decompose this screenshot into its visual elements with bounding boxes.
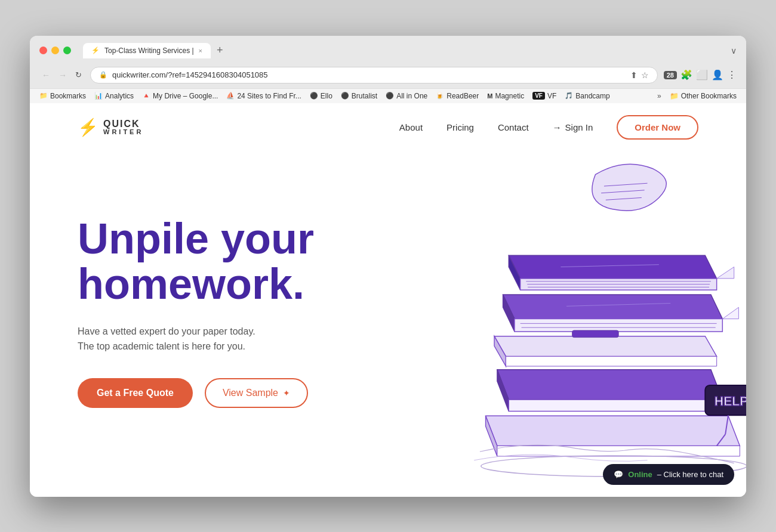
menu-icon[interactable]: ⋮ <box>727 69 737 81</box>
sites-icon: ⛵ <box>226 92 235 100</box>
sign-in-button[interactable]: → Sign In <box>553 122 593 132</box>
bookmark-24sites[interactable]: ⛵ 24 Sites to Find Fr... <box>226 92 301 100</box>
lock-icon: 🔒 <box>99 71 107 79</box>
bookmark-bandcamp[interactable]: 🎵 Bandcamp <box>565 92 609 100</box>
hero-section: Unpile your homework. Have a vetted expe… <box>30 151 746 485</box>
tab-title: Top-Class Writing Services | <box>104 47 194 55</box>
logo-text: QUICK WRITER <box>103 119 143 135</box>
bookmark-brutalist[interactable]: ⚫ Brutalist <box>341 92 377 100</box>
chat-cta: – Click here to chat <box>657 470 723 479</box>
svg-rect-8 <box>572 330 618 338</box>
extension-badge[interactable]: 28 <box>664 71 677 79</box>
bookmarks-folder-icon: 📁 <box>39 92 48 100</box>
site-nav: ⚡ QUICK WRITER About Pricing Contact → S… <box>30 103 746 151</box>
bookmark-vf[interactable]: VF VF <box>532 92 556 100</box>
maximize-button[interactable] <box>63 47 71 54</box>
tab-close-button[interactable]: × <box>199 47 202 54</box>
bookmark-readbeer[interactable]: 🍺 ReadBeer <box>436 92 479 100</box>
magnetic-label: Magnetic <box>495 92 524 100</box>
brutalist-label: Brutalist <box>352 92 377 100</box>
hero-subtitle: Have a vetted expert do your paper today… <box>78 324 376 354</box>
hero-subtitle-line1: Have a vetted expert do your paper today… <box>78 326 255 336</box>
toolbar-right: 28 🧩 ⬜ 👤 ⋮ <box>664 69 737 81</box>
chat-widget[interactable]: 💬 Online – Click here to chat <box>603 464 734 485</box>
new-tab-button[interactable]: + <box>213 44 227 57</box>
refresh-button[interactable]: ↻ <box>73 69 84 81</box>
analytics-label: Analytics <box>105 92 134 100</box>
url-bar[interactable]: 🔒 quickwriter.com/?ref=14529416083040510… <box>90 67 658 83</box>
view-sample-label: View Sample <box>223 388 278 398</box>
other-bookmarks-icon: 📁 <box>670 92 679 100</box>
hero-title-line1: Unpile your <box>78 215 314 262</box>
bookmark-ello[interactable]: ⚫ Ello <box>310 92 332 100</box>
logo-quick: QUICK <box>103 119 143 129</box>
bookmark-allinone[interactable]: ⚫ All in One <box>386 92 427 100</box>
window-controls <box>39 47 71 54</box>
nav-contact[interactable]: Contact <box>498 122 529 132</box>
minimize-button[interactable] <box>51 47 59 54</box>
back-button[interactable]: ← <box>39 69 53 81</box>
close-button[interactable] <box>39 47 47 54</box>
tab-favicon: ⚡ <box>91 47 100 54</box>
address-bar: ← → ↻ 🔒 quickwriter.com/?ref=14529416083… <box>30 63 746 88</box>
hero-buttons: Get a Free Quote View Sample ✦ <box>78 378 376 408</box>
bookmark-analytics[interactable]: 📊 Analytics <box>94 92 134 100</box>
nav-links: About Pricing Contact → Sign In Order No… <box>399 115 698 140</box>
logo-writer: WRITER <box>103 129 143 135</box>
nav-about[interactable]: About <box>399 122 423 132</box>
browser-window: ⚡ Top-Class Writing Services | × + ∨ ← →… <box>30 36 746 497</box>
bookmark-drive[interactable]: 🔺 My Drive – Google... <box>142 92 218 100</box>
hero-text: Unpile your homework. Have a vetted expe… <box>78 216 376 407</box>
view-sample-icon: ✦ <box>283 388 290 398</box>
vf-icon: VF <box>532 92 545 100</box>
bookmarks-bar: 📁 Bookmarks 📊 Analytics 🔺 My Drive – Goo… <box>30 88 746 103</box>
bandcamp-label: Bandcamp <box>575 92 609 100</box>
window-controls-right: ∨ <box>731 46 737 55</box>
sites-label: 24 Sites to Find Fr... <box>237 92 301 100</box>
forward-button[interactable]: → <box>56 69 69 81</box>
hero-subtitle-line2: The top academic talent is here for you. <box>78 341 245 351</box>
brutalist-icon: ⚫ <box>341 92 349 100</box>
order-now-button[interactable]: Order Now <box>617 115 698 140</box>
vf-label: VF <box>547 92 556 100</box>
hero-title-line2: homework. <box>78 260 304 308</box>
view-sample-button[interactable]: View Sample ✦ <box>205 378 308 408</box>
svg-text:HELP!: HELP! <box>715 394 746 408</box>
nav-pricing[interactable]: Pricing <box>446 122 474 132</box>
url-actions: ⬆ ☆ <box>630 70 649 80</box>
magnetic-icon: M <box>487 92 492 100</box>
chat-bubble-icon: 💬 <box>614 470 623 479</box>
chat-status: Online <box>628 470 652 479</box>
sidebar-icon[interactable]: ⬜ <box>696 69 708 81</box>
page-content: ⚡ QUICK WRITER About Pricing Contact → S… <box>30 103 746 497</box>
bookmark-magnetic[interactable]: M Magnetic <box>487 92 524 100</box>
hero-title: Unpile your homework. <box>78 216 376 307</box>
bookmark-icon[interactable]: ☆ <box>641 70 649 80</box>
more-bookmarks-button[interactable]: » <box>657 92 661 100</box>
nav-buttons: ← → ↻ <box>39 69 84 81</box>
tabs-area: ⚡ Top-Class Writing Services | × + <box>83 43 723 58</box>
bandcamp-icon: 🎵 <box>565 92 573 100</box>
ello-icon: ⚫ <box>310 92 318 100</box>
allinone-label: All in One <box>396 92 427 100</box>
get-free-quote-button[interactable]: Get a Free Quote <box>78 378 193 408</box>
bookmark-bookmarks[interactable]: 📁 Bookmarks <box>39 92 86 100</box>
active-tab[interactable]: ⚡ Top-Class Writing Services | × <box>83 43 211 58</box>
bookmarks-label: Bookmarks <box>50 92 86 100</box>
logo-bolt-icon: ⚡ <box>78 117 98 137</box>
hero-illustration: HELP! <box>340 151 746 497</box>
share-icon[interactable]: ⬆ <box>630 70 638 80</box>
other-bookmarks[interactable]: 📁 Other Bookmarks <box>670 92 737 100</box>
logo: ⚡ QUICK WRITER <box>78 117 143 137</box>
drive-icon: 🔺 <box>142 92 150 100</box>
drive-label: My Drive – Google... <box>153 92 218 100</box>
sign-in-arrow-icon: → <box>553 122 562 132</box>
sign-in-label: Sign In <box>565 122 593 132</box>
profile-icon[interactable]: 👤 <box>712 69 723 81</box>
ello-label: Ello <box>321 92 332 100</box>
title-bar: ⚡ Top-Class Writing Services | × + ∨ <box>30 36 746 63</box>
allinone-icon: ⚫ <box>386 92 394 100</box>
readbeer-icon: 🍺 <box>436 92 444 100</box>
puzzle-icon[interactable]: 🧩 <box>680 69 692 81</box>
analytics-icon: 📊 <box>94 92 103 100</box>
